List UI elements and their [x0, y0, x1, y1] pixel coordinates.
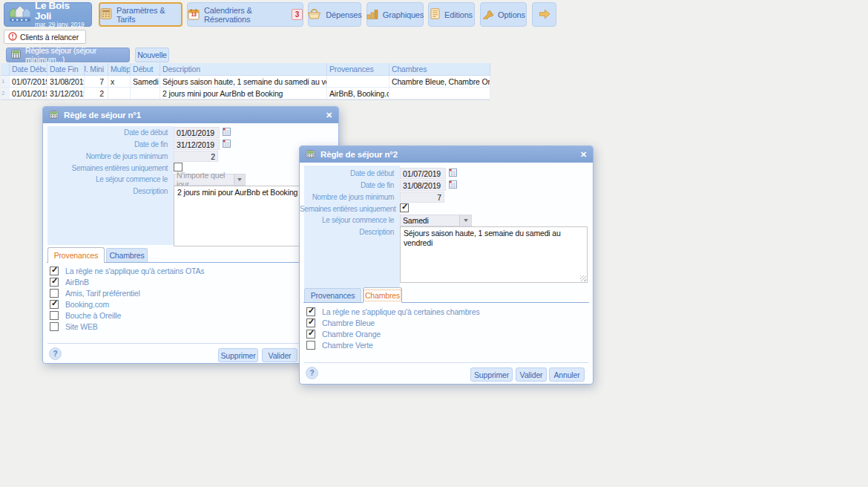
date-fin-input[interactable]: 31/08/2019 — [400, 180, 446, 191]
date-picker-icon[interactable] — [449, 180, 457, 189]
tab-graphiques[interactable]: Graphiques — [366, 2, 424, 27]
jours-min-input[interactable]: 2 — [174, 151, 218, 162]
cell-debut[interactable] — [131, 88, 160, 99]
cell-date-fin[interactable]: 31/12/2019 — [47, 88, 85, 99]
row-number: 1 — [1, 76, 10, 88]
semaines-checkbox[interactable] — [400, 203, 409, 212]
checkbox-row-chambre-orange[interactable]: Chambre Orange — [306, 330, 381, 339]
close-icon[interactable]: ✕ — [326, 111, 332, 120]
cell-multiple[interactable] — [108, 88, 131, 99]
otas-checkbox[interactable] — [50, 267, 59, 275]
checkbox-row-amis[interactable]: Amis, Tarif préférentiel — [50, 289, 140, 298]
app-logo-button[interactable]: Le Bois Joli mar. 29 janv. 2019 — [4, 2, 92, 27]
dialog-title: Règle de séjour n°1 — [64, 111, 141, 120]
field-label-jours-min: Nombre de jours minimum — [300, 193, 394, 201]
commence-select[interactable]: Samedi — [400, 215, 472, 226]
new-rule-button[interactable]: Nouvelle — [135, 48, 169, 62]
cell-date-fin[interactable]: 31/08/2019 — [47, 76, 85, 88]
col-date-fin[interactable]: Date Fin — [47, 63, 85, 76]
calculator-icon — [49, 111, 59, 120]
bouche-checkbox[interactable] — [50, 311, 59, 320]
dialog-titlebar[interactable]: Règle de séjour n°2 ✕ — [300, 146, 593, 163]
cell-date-debut[interactable]: 01/07/2019 — [10, 76, 47, 88]
cell-j-mini[interactable]: 7 — [85, 76, 108, 88]
chambre-orange-checkbox[interactable] — [306, 330, 315, 339]
help-button[interactable]: ? — [49, 347, 62, 360]
table-row[interactable]: 2 01/01/2019 31/12/2019 2 2 jours mini p… — [1, 88, 490, 99]
chambre-verte-checkbox[interactable] — [306, 341, 315, 350]
field-label-commence: Le séjour commence le — [300, 216, 394, 224]
col-description[interactable]: Description — [160, 63, 327, 76]
checkbox-row-chambre-bleue[interactable]: Chambre Bleue — [306, 318, 375, 327]
description-textarea[interactable]: Séjours saison haute, 1 semaine du samed… — [400, 226, 588, 283]
checkbox-row-otas[interactable]: La règle ne s'applique qu'à certains OTA… — [50, 267, 204, 275]
tab-calendriers-reservations[interactable]: 13 Calendriers & Réservations 3 — [187, 2, 303, 27]
cell-debut[interactable]: Samedi — [131, 76, 160, 88]
siteweb-checkbox[interactable] — [50, 322, 59, 331]
chambre-bleue-checkbox[interactable] — [306, 318, 315, 327]
checkbox-row-airbnb[interactable]: AirBnB — [50, 278, 89, 287]
calendar-day-label: 13 — [188, 12, 200, 17]
checkbox-label: Booking.com — [65, 300, 109, 309]
checkbox-row-certaines-chambres[interactable]: La règle ne s'applique qu'à certaines ch… — [306, 307, 480, 316]
date-debut-input[interactable]: 01/01/2019 — [174, 127, 220, 138]
annuler-button[interactable]: Annuler — [549, 367, 585, 382]
clients-a-relancer-button[interactable]: Clients à relancer — [4, 30, 86, 44]
checkbox-row-chambre-verte[interactable]: Chambre Verte — [306, 341, 373, 350]
amis-checkbox[interactable] — [50, 289, 59, 298]
supprimer-button[interactable]: Supprimer — [218, 348, 258, 362]
certaines-chambres-checkbox[interactable] — [306, 307, 315, 316]
rules-section-header-button[interactable]: Règles séjour (séjour minimum...) — [6, 48, 130, 62]
jours-min-input[interactable]: 7 — [400, 192, 444, 203]
next-arrow-button[interactable] — [532, 2, 556, 27]
cell-provenances[interactable]: AirBnB, Booking.com — [327, 88, 389, 99]
col-date-debut[interactable]: Date Début — [10, 63, 47, 76]
table-row[interactable]: 1 01/07/2019 31/08/2019 7 x Samedi Séjou… — [1, 76, 490, 88]
date-picker-icon[interactable] — [223, 140, 231, 148]
checkbox-row-siteweb[interactable]: Site WEB — [50, 322, 98, 331]
tab-chambres[interactable]: Chambres — [363, 287, 402, 303]
footer-separator — [47, 343, 334, 344]
date-picker-icon[interactable] — [223, 128, 231, 136]
commence-select[interactable]: N'importe quel jour — [174, 174, 246, 186]
airbnb-checkbox[interactable] — [50, 278, 59, 287]
tab-chambres[interactable]: Chambres — [106, 248, 148, 262]
date-debut-input[interactable]: 01/07/2019 — [400, 168, 446, 179]
cell-description[interactable]: 2 jours mini pour AurBnb et Booking — [160, 88, 327, 99]
dialog-titlebar[interactable]: Règle de séjour n°1 ✕ — [43, 107, 338, 123]
cell-j-mini[interactable]: 2 — [85, 88, 108, 99]
cell-date-debut[interactable]: 01/01/2019 — [10, 88, 47, 99]
field-label-date-debut: Date de début — [43, 128, 168, 137]
col-chambres[interactable]: Chambres — [389, 63, 490, 76]
close-icon[interactable]: ✕ — [580, 150, 587, 160]
tab-provenances[interactable]: Provenances — [47, 247, 105, 263]
tab-depenses[interactable]: Dépenses — [308, 2, 361, 27]
cell-chambres[interactable] — [389, 88, 490, 99]
cell-description[interactable]: Séjours saison haute, 1 semaine du samed… — [160, 76, 327, 88]
cell-provenances[interactable] — [327, 76, 389, 88]
cell-multiple[interactable]: x — [108, 76, 131, 88]
tab-provenances[interactable]: Provenances — [304, 288, 361, 302]
valider-button[interactable]: Valider — [262, 348, 297, 362]
supprimer-button[interactable]: Supprimer — [470, 367, 513, 382]
help-button[interactable]: ? — [306, 367, 318, 379]
booking-checkbox[interactable] — [50, 300, 59, 309]
date-picker-icon[interactable] — [449, 169, 457, 177]
col-j-mini[interactable]: J. Mini — [85, 63, 108, 76]
col-multiple[interactable]: Multiple — [108, 63, 131, 76]
checkbox-label: Chambre Orange — [322, 330, 381, 339]
valider-button[interactable]: Valider — [516, 367, 547, 382]
tab-label: Provenances — [54, 251, 99, 260]
tab-editions[interactable]: Editions — [428, 2, 475, 27]
col-debut[interactable]: Début — [131, 63, 160, 76]
checkbox-label: La règle ne s'applique qu'à certains OTA… — [65, 267, 204, 275]
cell-chambres[interactable]: Chambre Bleue, Chambre Orange — [389, 76, 490, 88]
field-label-date-debut: Date de début — [300, 169, 394, 177]
checkbox-row-bouche[interactable]: Bouche à Oreille — [50, 311, 121, 320]
rules-section-title: Règles séjour (séjour minimum...) — [25, 46, 125, 64]
tab-parametres-tarifs[interactable]: Paramètres & Tarifs — [99, 2, 183, 27]
tab-options[interactable]: Options — [480, 2, 527, 27]
col-provenances[interactable]: Provenances — [327, 63, 389, 76]
checkbox-row-booking[interactable]: Booking.com — [50, 300, 109, 309]
date-fin-input[interactable]: 31/12/2019 — [174, 139, 220, 150]
